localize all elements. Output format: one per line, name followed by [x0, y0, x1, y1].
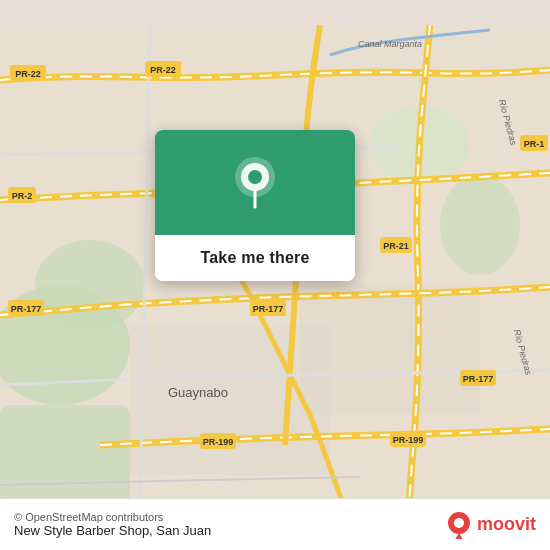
bottom-info: © OpenStreetMap contributors New Style B…: [14, 511, 211, 538]
svg-point-38: [454, 518, 464, 528]
svg-text:Guaynabo: Guaynabo: [168, 385, 228, 400]
take-me-there-button[interactable]: Take me there: [155, 235, 355, 281]
popup-header: [155, 130, 355, 235]
copyright-text: © OpenStreetMap contributors: [14, 511, 211, 523]
svg-text:PR-22: PR-22: [15, 69, 41, 79]
place-name: New Style Barber Shop, San Juan: [14, 523, 211, 538]
svg-text:PR-177: PR-177: [11, 304, 42, 314]
svg-point-36: [248, 170, 262, 184]
svg-text:PR-2: PR-2: [12, 191, 33, 201]
location-pin-icon: [233, 157, 277, 209]
svg-point-4: [440, 175, 520, 275]
popup-card: Take me there: [155, 130, 355, 281]
bottom-bar: © OpenStreetMap contributors New Style B…: [0, 498, 550, 550]
svg-point-2: [35, 240, 145, 330]
moovit-logo: moovit: [445, 511, 536, 539]
svg-text:PR-177: PR-177: [253, 304, 284, 314]
svg-text:PR-22: PR-22: [150, 65, 176, 75]
svg-rect-5: [0, 405, 130, 505]
moovit-text: moovit: [477, 514, 536, 535]
svg-text:PR-199: PR-199: [203, 437, 234, 447]
moovit-icon: [445, 511, 473, 539]
svg-text:PR-177: PR-177: [463, 374, 494, 384]
svg-rect-7: [300, 285, 480, 415]
svg-text:PR-1: PR-1: [524, 139, 545, 149]
svg-text:PR-199: PR-199: [393, 435, 424, 445]
svg-text:Canal Margarita: Canal Margarita: [358, 39, 422, 49]
svg-text:PR-21: PR-21: [383, 241, 409, 251]
map-container: PR-22 PR-22 PR-1 PR-2 PR-2 PR-21 PR-177 …: [0, 0, 550, 550]
